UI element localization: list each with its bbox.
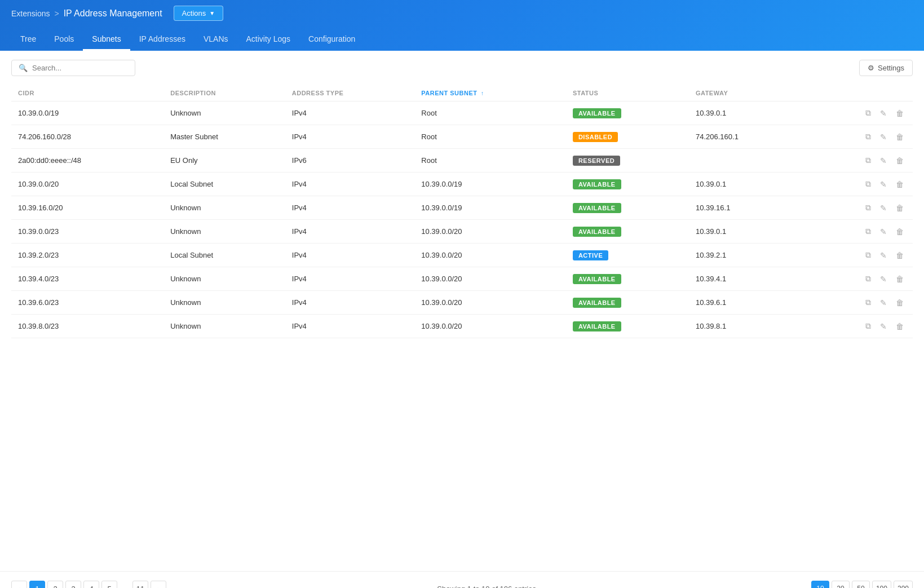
pagination-prev[interactable]: ‹ [11, 581, 27, 588]
copy-button[interactable]: ⧉ [863, 154, 873, 166]
subnets-table: CIDR DESCRIPTION ADDRESS TYPE PARENT SUB… [11, 85, 913, 338]
nav-tab-vlans[interactable]: VLANs [194, 29, 237, 51]
nav-tab-configuration[interactable]: Configuration [299, 29, 364, 51]
cell-row-actions: ⧉ ✎ 🗑 [801, 244, 913, 267]
cell-cidr: 10.39.16.0/20 [11, 196, 163, 220]
nav-tab-tree[interactable]: Tree [11, 29, 45, 51]
delete-button[interactable]: 🗑 [894, 202, 906, 214]
edit-button[interactable]: ✎ [878, 321, 889, 332]
copy-button[interactable]: ⧉ [863, 226, 873, 237]
actions-button[interactable]: Actions ▼ [174, 6, 224, 21]
table-row: 10.39.2.0/23 Local Subnet IPv4 10.39.0.0… [11, 244, 913, 267]
settings-button[interactable]: ⚙ Settings [859, 60, 913, 76]
pagination-page-11[interactable]: 11 [132, 581, 148, 588]
pagination-next[interactable]: › [151, 581, 166, 588]
status-badge: AVAILABLE [573, 179, 621, 189]
search-box[interactable]: 🔍 [11, 60, 135, 76]
delete-button[interactable]: 🗑 [894, 155, 906, 166]
copy-button[interactable]: ⧉ [863, 107, 873, 119]
table-header: CIDR DESCRIPTION ADDRESS TYPE PARENT SUB… [11, 85, 913, 101]
edit-button[interactable]: ✎ [878, 202, 889, 214]
row-actions: ⧉ ✎ 🗑 [807, 131, 906, 143]
cell-description: Local Subnet [163, 173, 285, 196]
cell-row-actions: ⧉ ✎ 🗑 [801, 125, 913, 149]
table-row: 10.39.0.0/19 Unknown IPv4 Root AVAILABLE… [11, 101, 913, 125]
search-input[interactable] [32, 64, 128, 72]
per-page-option-100[interactable]: 100 [872, 581, 891, 588]
pagination-page-3[interactable]: 3 [65, 581, 81, 588]
table-row: 10.39.6.0/23 Unknown IPv4 10.39.0.0/20 A… [11, 291, 913, 315]
cell-address-type: IPv4 [285, 315, 415, 338]
edit-button[interactable]: ✎ [878, 297, 889, 308]
cell-address-type: IPv4 [285, 291, 415, 315]
status-badge: AVAILABLE [573, 108, 621, 118]
nav-tab-activity-logs[interactable]: Activity Logs [237, 29, 300, 51]
breadcrumb-separator: > [54, 9, 59, 18]
cell-gateway: 10.39.0.1 [689, 220, 801, 244]
delete-button[interactable]: 🗑 [894, 250, 906, 261]
edit-button[interactable]: ✎ [878, 226, 889, 237]
per-page-option-10[interactable]: 10 [811, 581, 829, 588]
row-actions: ⧉ ✎ 🗑 [807, 249, 906, 261]
cell-gateway [689, 149, 801, 173]
delete-button[interactable]: 🗑 [894, 131, 906, 143]
nav-tab-subnets[interactable]: Subnets [83, 29, 130, 51]
edit-button[interactable]: ✎ [878, 155, 889, 166]
breadcrumb-extensions[interactable]: Extensions [11, 9, 50, 18]
delete-button[interactable]: 🗑 [894, 273, 906, 285]
edit-button[interactable]: ✎ [878, 179, 889, 190]
table-body: 10.39.0.0/19 Unknown IPv4 Root AVAILABLE… [11, 101, 913, 338]
cell-cidr: 10.39.0.0/19 [11, 101, 163, 125]
nav-tabs: TreePoolsSubnetsIP AddressesVLANsActivit… [11, 29, 913, 51]
cell-gateway: 10.39.16.1 [689, 196, 801, 220]
edit-button[interactable]: ✎ [878, 273, 889, 285]
pagination-bar: ‹12345...11› Showing 1 to 10 of 106 entr… [0, 571, 924, 588]
toolbar: 🔍 ⚙ Settings [11, 60, 913, 76]
cell-gateway: 10.39.6.1 [689, 291, 801, 315]
copy-button[interactable]: ⧉ [863, 202, 873, 214]
nav-tab-pools[interactable]: Pools [45, 29, 83, 51]
copy-button[interactable]: ⧉ [863, 249, 873, 261]
cell-address-type: IPv6 [285, 149, 415, 173]
pagination-ellipsis: ... [120, 585, 130, 589]
row-actions: ⧉ ✎ 🗑 [807, 297, 906, 308]
edit-button[interactable]: ✎ [878, 108, 889, 119]
nav-tab-ip-addresses[interactable]: IP Addresses [130, 29, 194, 51]
pagination-page-1[interactable]: 1 [29, 581, 45, 588]
copy-button[interactable]: ⧉ [863, 320, 873, 332]
per-page-option-20[interactable]: 20 [832, 581, 850, 588]
cell-status: AVAILABLE [566, 196, 689, 220]
edit-button[interactable]: ✎ [878, 131, 889, 143]
cell-status: AVAILABLE [566, 315, 689, 338]
cell-row-actions: ⧉ ✎ 🗑 [801, 291, 913, 315]
cell-status: AVAILABLE [566, 101, 689, 125]
cell-row-actions: ⧉ ✎ 🗑 [801, 101, 913, 125]
cell-address-type: IPv4 [285, 267, 415, 291]
table-row: 10.39.0.0/20 Local Subnet IPv4 10.39.0.0… [11, 173, 913, 196]
cell-cidr: 74.206.160.0/28 [11, 125, 163, 149]
pagination-page-4[interactable]: 4 [83, 581, 99, 588]
delete-button[interactable]: 🗑 [894, 297, 906, 308]
row-actions: ⧉ ✎ 🗑 [807, 273, 906, 285]
per-page-option-200[interactable]: 200 [894, 581, 913, 588]
per-page-option-50[interactable]: 50 [852, 581, 870, 588]
delete-button[interactable]: 🗑 [894, 321, 906, 332]
delete-button[interactable]: 🗑 [894, 108, 906, 119]
pagination-page-2[interactable]: 2 [47, 581, 63, 588]
copy-button[interactable]: ⧉ [863, 297, 873, 308]
row-actions: ⧉ ✎ 🗑 [807, 178, 906, 190]
col-address-type: ADDRESS TYPE [285, 85, 415, 101]
cell-description: Local Subnet [163, 244, 285, 267]
status-badge: AVAILABLE [573, 203, 621, 213]
pagination-page-5[interactable]: 5 [101, 581, 117, 588]
col-parent-subnet[interactable]: PARENT SUBNET ↑ [414, 85, 566, 101]
delete-button[interactable]: 🗑 [894, 179, 906, 190]
delete-button[interactable]: 🗑 [894, 226, 906, 237]
edit-button[interactable]: ✎ [878, 250, 889, 261]
row-actions: ⧉ ✎ 🗑 [807, 202, 906, 214]
copy-button[interactable]: ⧉ [863, 273, 873, 285]
copy-button[interactable]: ⧉ [863, 131, 873, 143]
cell-parent-subnet: 10.39.0.0/19 [414, 173, 566, 196]
cell-row-actions: ⧉ ✎ 🗑 [801, 315, 913, 338]
copy-button[interactable]: ⧉ [863, 178, 873, 190]
